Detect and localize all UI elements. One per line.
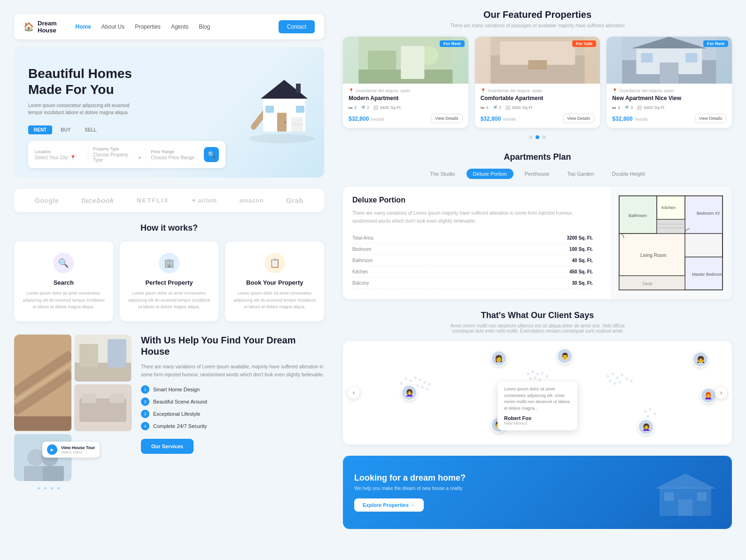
video-tour-button[interactable]: ▶ View House Tour Watch Video → bbox=[42, 442, 100, 458]
brand-airbnb: ✦ airbnb bbox=[191, 197, 217, 204]
tab-studio[interactable]: The Studio bbox=[423, 169, 461, 179]
floorplan-svg: Bedroom #2 Master Bedroom Kitchen Living… bbox=[614, 191, 727, 295]
cta-text: Looking for a dream home? We help you ma… bbox=[354, 473, 466, 512]
tab-garden[interactable]: Top Garden bbox=[560, 169, 600, 179]
location-field: Location Select Your City 📍 bbox=[35, 149, 83, 160]
interior-svg bbox=[74, 334, 132, 381]
logo-icon: 🏠 bbox=[23, 22, 34, 32]
svg-rect-14 bbox=[14, 417, 71, 431]
tab-double[interactable]: Double Height bbox=[606, 169, 652, 179]
tab-deluxe[interactable]: Deluxe Portion bbox=[466, 169, 513, 179]
tab-rent[interactable]: RENT bbox=[28, 125, 52, 134]
type-input[interactable]: Choose Property Type ▾ bbox=[93, 152, 141, 163]
our-services-button[interactable]: Our Services bbox=[141, 439, 194, 454]
book-card-title: Book Your Property bbox=[233, 279, 317, 286]
feature-item-1: 1 Smart Home Design bbox=[141, 385, 324, 394]
search-card-desc: Lorem ipsum dolor sit amet consectetur a… bbox=[22, 290, 106, 310]
search-button[interactable]: 🔍 bbox=[204, 147, 219, 162]
decorative-dots bbox=[38, 487, 74, 490]
dot-2[interactable] bbox=[536, 135, 539, 139]
avatar-pin-1: 👩 bbox=[491, 350, 507, 366]
svg-point-64 bbox=[423, 381, 426, 384]
price-label: Price Range bbox=[151, 149, 199, 154]
tab-penthouse[interactable]: Penthouse bbox=[518, 169, 556, 179]
price-input[interactable]: Choose Price Range bbox=[151, 155, 199, 160]
search-bar: Location Select Your City 📍 Property Typ… bbox=[28, 141, 225, 168]
svg-point-90 bbox=[625, 377, 628, 380]
explore-button[interactable]: Explore Properties → bbox=[354, 498, 424, 512]
cta-desc: We help you make the dream of new house … bbox=[354, 486, 466, 491]
logo[interactable]: 🏠 Dream House bbox=[23, 20, 56, 34]
svg-point-87 bbox=[611, 373, 614, 375]
view-details-btn-3[interactable]: View Details bbox=[695, 114, 726, 123]
svg-point-74 bbox=[536, 373, 539, 375]
find-home-title: With Us Help You Find Your Dream House bbox=[141, 334, 324, 357]
stat-bathroom: Bathroom 40 Sq. Ft. bbox=[352, 255, 593, 266]
sqft-3: ⬜ 3400 Sq Ft bbox=[637, 105, 664, 110]
tab-sell[interactable]: SELL bbox=[79, 125, 102, 134]
map-prev-button[interactable]: ‹ bbox=[348, 387, 360, 399]
location-input[interactable]: Select Your City 📍 bbox=[35, 155, 83, 160]
prop-name-3: New Apartment Nice View bbox=[612, 95, 726, 101]
prop-location-3: 📍 Guardamar del segura, spain bbox=[612, 88, 726, 93]
apt-stats-table: Total Area 3200 Sq. Ft. Bedroom 100 Sq. … bbox=[352, 233, 593, 289]
client-location: New Mexico bbox=[504, 421, 571, 426]
svg-text:Bedroom #2: Bedroom #2 bbox=[697, 211, 720, 216]
search-card-icon: 🔍 bbox=[53, 253, 74, 273]
nav-blog[interactable]: Blog bbox=[199, 23, 210, 30]
view-details-btn-1[interactable]: View Details bbox=[431, 114, 462, 123]
svg-rect-42 bbox=[641, 53, 653, 62]
dot-3[interactable] bbox=[542, 135, 546, 139]
how-card-search: 🔍 Search Lorem ipsum dolor sit amet cons… bbox=[14, 241, 113, 321]
svg-point-5 bbox=[284, 121, 286, 123]
hero-subtitle: Lorem ipsum consectetur adipiscing elit … bbox=[28, 102, 141, 116]
prop-stats-3: 🛏 4 🚿 3 ⬜ 3400 Sq Ft bbox=[612, 105, 726, 110]
photo-interior bbox=[74, 334, 132, 381]
nav-home[interactable]: Home bbox=[75, 23, 91, 30]
prop-stats-1: 🛏 3 🚿 2 ⬜ 3400 Sq Ft bbox=[349, 105, 463, 110]
cta-title: Looking for a dream home? bbox=[354, 473, 466, 483]
book-card-desc: Lorem ipsum dolor sit amet consectetur a… bbox=[233, 290, 317, 310]
svg-point-79 bbox=[538, 378, 541, 381]
svg-point-98 bbox=[646, 415, 649, 418]
price-field: Price Range Choose Price Range bbox=[151, 149, 199, 160]
divider-2 bbox=[146, 148, 146, 162]
property-card-1: For Rent 📍 Guardamar del segura, spain M… bbox=[343, 37, 468, 128]
feature-num-2: 2 bbox=[141, 397, 149, 406]
prop-price-row-3: $32,800 /month View Details bbox=[612, 114, 726, 123]
couple-svg bbox=[14, 434, 71, 481]
nav-agents[interactable]: Agents bbox=[171, 23, 188, 30]
svg-rect-57 bbox=[657, 219, 685, 233]
map-next-button[interactable]: › bbox=[715, 387, 727, 399]
nav-about[interactable]: About Us bbox=[101, 23, 124, 30]
badge-3: For Rent bbox=[703, 40, 728, 47]
feature-num-4: 4 bbox=[141, 422, 149, 430]
nav-properties[interactable]: Properties bbox=[135, 23, 161, 30]
svg-rect-17 bbox=[79, 344, 98, 367]
prop-info-1: 📍 Guardamar del segura, spain Modern Apa… bbox=[343, 84, 468, 128]
svg-point-62 bbox=[414, 376, 417, 379]
right-panel: Our Featured Properties There are many v… bbox=[334, 0, 746, 560]
prop-stats-2: 🛏 4 🚿 2 ⬜ 3400 Sq Ft bbox=[481, 105, 595, 110]
baths-1: 🚿 2 bbox=[360, 105, 369, 110]
beds-1: 🛏 3 bbox=[349, 105, 357, 110]
svg-text:Master Bedroom: Master Bedroom bbox=[692, 272, 723, 277]
dot-1[interactable] bbox=[529, 135, 533, 139]
svg-point-61 bbox=[409, 380, 412, 382]
dropdown-icon: ▾ bbox=[139, 155, 141, 160]
contact-button[interactable]: Contact bbox=[279, 20, 315, 33]
view-details-btn-2[interactable]: View Details bbox=[563, 114, 594, 123]
svg-point-93 bbox=[614, 382, 616, 385]
prop-price-row-2: $32,800 /month View Details bbox=[481, 114, 595, 123]
svg-rect-6 bbox=[265, 106, 274, 113]
client-subtitle: Amet minim mollit non deserunt ullamco e… bbox=[443, 323, 631, 334]
client-map: 👩 👨 👧 👩‍🦱 👨‍💼 👩‍🦰 👦 👩‍🦱 Lorem ipsum dolo… bbox=[343, 341, 732, 444]
brand-facebook: facebook bbox=[81, 196, 114, 204]
photo-grid: ▶ View House Tour Watch Video → bbox=[14, 334, 132, 481]
property-card-2: For Sale 📍 Guardamar del segura, spain C… bbox=[475, 37, 600, 128]
house-svg bbox=[235, 52, 324, 146]
tab-buy[interactable]: BUY bbox=[55, 125, 76, 134]
brand-amazon: amazon bbox=[239, 197, 263, 204]
apartment-plan-title: Apartments Plan bbox=[343, 152, 732, 162]
apartment-plan-section: Apartments Plan The Studio Deluxe Portio… bbox=[343, 152, 732, 299]
